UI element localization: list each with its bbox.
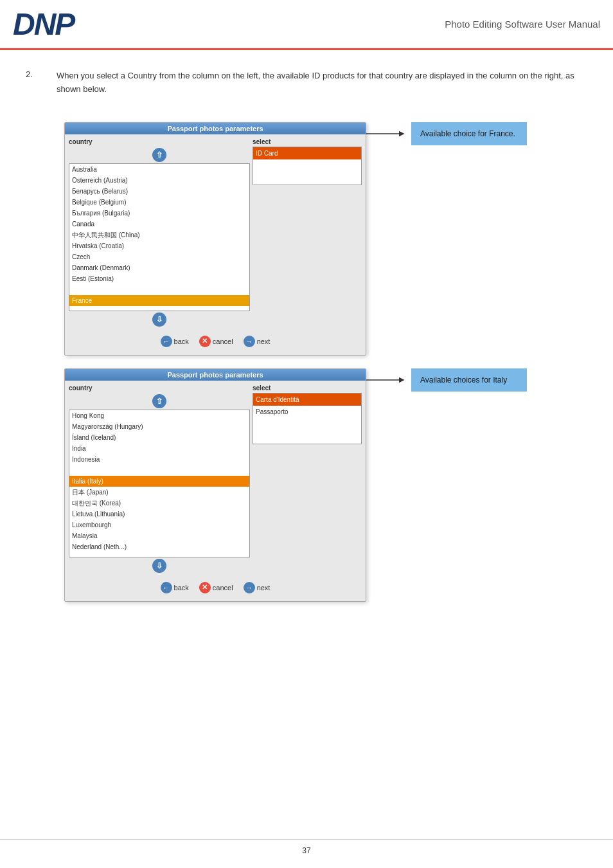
callout-arrow-france (366, 124, 405, 143)
list-item[interactable]: Lietuva (Lithuania) (69, 509, 249, 520)
list-item[interactable]: Hong Kong (69, 410, 249, 421)
list-item[interactable]: Danmark (Denmark) (69, 262, 249, 273)
page-number: 37 (302, 846, 310, 855)
france-country-label: country (69, 138, 250, 145)
dialog-italy: Passport photos parameters country ⇧ Hon… (64, 368, 366, 602)
italy-next-btn[interactable]: → next (241, 581, 273, 595)
italy-country-label: country (69, 384, 250, 392)
dialog-france: Passport photos parameters country ⇧ Aus… (64, 122, 366, 356)
list-item[interactable]: Belgique (Belgium) (69, 197, 249, 208)
dnp-logo: DNP (13, 6, 74, 42)
cancel-label: cancel (213, 338, 233, 345)
list-item[interactable]: Luxembourgh (69, 520, 249, 530)
callout-italy: Available choices for Italy (411, 368, 527, 392)
italy-back-btn[interactable]: ← back (158, 581, 191, 595)
list-item[interactable]: Hrvatska (Croatia) (69, 240, 249, 251)
list-number: 2. (26, 69, 39, 109)
back-icon: ← (161, 582, 172, 593)
callout-arrow-italy (366, 370, 405, 390)
italy-country-col: country ⇧ Hong Kong Magyarország (Hungar… (69, 384, 250, 574)
screenshot-row-italy: Passport photos parameters country ⇧ Hon… (64, 368, 527, 602)
france-scroll-up[interactable]: ⇧ (69, 147, 250, 163)
italy-id-col: select Carta d'Identità Passaporto (253, 384, 362, 574)
list-item[interactable]: Czech (69, 251, 249, 262)
dialog-italy-columns: country ⇧ Hong Kong Magyarország (Hungar… (69, 384, 362, 574)
france-id-col: select ID Card (253, 138, 362, 328)
france-down-btn[interactable]: ⇩ (152, 312, 166, 327)
cancel-label: cancel (213, 584, 233, 592)
list-item[interactable]: 대한민국 (Korea) (69, 498, 249, 509)
france-id-entry[interactable]: ID Card (253, 147, 361, 159)
list-item[interactable]: Ísland (Iceland) (69, 432, 249, 443)
list-item[interactable]: Canada (69, 219, 249, 230)
italy-scroll-up[interactable]: ⇧ (69, 393, 250, 410)
list-item-france[interactable]: France (69, 295, 249, 306)
list-item[interactable]: 中华人民共和国 (China) (69, 230, 249, 240)
list-item[interactable] (69, 284, 249, 295)
italy-id-list[interactable]: Carta d'Identità Passaporto (253, 393, 362, 444)
back-icon: ← (161, 336, 172, 347)
dialog-france-titlebar: Passport photos parameters (65, 123, 366, 134)
page-header: DNP Photo Editing Software User Manual (0, 0, 613, 50)
dialog-italy-body: country ⇧ Hong Kong Magyarország (Hungar… (65, 381, 366, 601)
list-item[interactable]: Australia (69, 164, 249, 175)
cancel-icon: ✕ (199, 582, 211, 593)
france-cancel-btn[interactable]: ✕ cancel (197, 334, 236, 348)
screenshot-row-france: Passport photos parameters country ⇧ Aus… (64, 122, 527, 356)
list-item[interactable]: Magyarország (Hungary) (69, 421, 249, 432)
france-select-label: select (253, 138, 362, 145)
italy-up-btn[interactable]: ⇧ (152, 394, 166, 408)
back-label: back (174, 338, 189, 345)
list-item[interactable]: 日本 (Japan) (69, 487, 249, 498)
list-item[interactable] (69, 465, 249, 476)
list-item[interactable]: Беларусь (Belarus) (69, 186, 249, 197)
italy-id-entry-passport[interactable]: Passaporto (253, 406, 361, 418)
france-up-btn[interactable]: ⇧ (152, 148, 166, 162)
next-label: next (257, 584, 271, 592)
dialog-italy-titlebar: Passport photos parameters (65, 369, 366, 381)
list-item[interactable]: Indonesia (69, 454, 249, 465)
list-item-italy[interactable]: Italia (Italy) (69, 476, 249, 487)
italy-scroll-down[interactable]: ⇩ (69, 557, 250, 574)
france-back-btn[interactable]: ← back (158, 334, 191, 348)
italy-cancel-btn[interactable]: ✕ cancel (197, 581, 236, 595)
france-id-list[interactable]: ID Card (253, 147, 362, 185)
intro-paragraph: When you select a Country from the colum… (57, 69, 587, 96)
france-scroll-down[interactable]: ⇩ (69, 311, 250, 328)
dialog-france-body: country ⇧ Australia Österreich (Austria)… (65, 134, 366, 355)
back-label: back (174, 584, 189, 592)
next-label: next (257, 338, 271, 345)
list-item[interactable]: India (69, 443, 249, 454)
italy-country-list[interactable]: Hong Kong Magyarország (Hungary) Ísland … (69, 410, 250, 557)
list-item[interactable]: Malaysia (69, 530, 249, 541)
italy-down-btn[interactable]: ⇩ (152, 559, 166, 573)
manual-title: Photo Editing Software User Manual (445, 19, 600, 30)
callout-france: Available choice for France. (411, 122, 527, 146)
page-footer: 37 (0, 839, 613, 855)
next-icon: → (244, 582, 255, 593)
italy-id-entry-carta[interactable]: Carta d'Identità (253, 393, 361, 406)
list-item[interactable]: България (Bulgaria) (69, 208, 249, 219)
france-footer: ← back ✕ cancel → next (69, 330, 362, 351)
france-country-col: country ⇧ Australia Österreich (Austria)… (69, 138, 250, 328)
list-item[interactable]: Österreich (Austria) (69, 175, 249, 186)
main-content: 2. When you select a Country from the co… (0, 50, 613, 621)
dialog-france-columns: country ⇧ Australia Österreich (Austria)… (69, 138, 362, 328)
screenshots-area: Passport photos parameters country ⇧ Aus… (64, 122, 587, 602)
france-country-list[interactable]: Australia Österreich (Austria) Беларусь … (69, 163, 250, 311)
next-icon: → (244, 336, 255, 347)
list-item-2: 2. When you select a Country from the co… (26, 69, 587, 109)
cancel-icon: ✕ (199, 336, 211, 347)
france-next-btn[interactable]: → next (241, 334, 273, 348)
list-item[interactable]: Eesti (Estonia) (69, 273, 249, 284)
italy-footer: ← back ✕ cancel → next (69, 577, 362, 597)
list-item[interactable]: Nederland (Neth...) (69, 541, 249, 552)
italy-select-label: select (253, 384, 362, 392)
